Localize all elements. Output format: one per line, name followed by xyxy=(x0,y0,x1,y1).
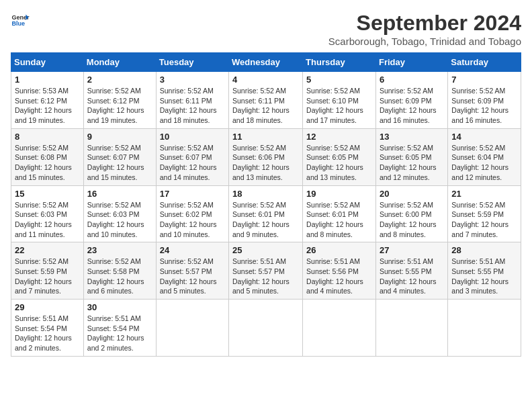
day-detail: Sunrise: 5:52 AM Sunset: 5:59 PM Dayligh… xyxy=(451,200,517,240)
table-row: 2 Sunrise: 5:52 AM Sunset: 6:12 PM Dayli… xyxy=(83,72,156,129)
header-sunday: Sunday xyxy=(11,53,84,72)
day-detail: Sunrise: 5:51 AM Sunset: 5:57 PM Dayligh… xyxy=(232,257,299,296)
day-detail: Sunrise: 5:52 AM Sunset: 6:01 PM Dayligh… xyxy=(306,200,372,240)
table-row: 30 Sunrise: 5:51 AM Sunset: 5:54 PM Dayl… xyxy=(83,300,156,357)
table-row: 11 Sunrise: 5:52 AM Sunset: 6:06 PM Dayl… xyxy=(229,128,303,185)
day-detail: Sunrise: 5:51 AM Sunset: 5:56 PM Dayligh… xyxy=(306,257,372,296)
table-row: 18 Sunrise: 5:52 AM Sunset: 6:01 PM Dayl… xyxy=(229,185,303,242)
header-saturday: Saturday xyxy=(448,53,521,72)
table-row: 20 Sunrise: 5:52 AM Sunset: 6:00 PM Dayl… xyxy=(375,185,447,242)
day-detail: Sunrise: 5:52 AM Sunset: 6:03 PM Dayligh… xyxy=(87,200,152,240)
empty-cell xyxy=(375,300,447,357)
empty-cell xyxy=(229,300,303,357)
day-number: 30 xyxy=(87,302,152,312)
day-detail: Sunrise: 5:52 AM Sunset: 6:00 PM Dayligh… xyxy=(380,200,444,240)
day-detail: Sunrise: 5:52 AM Sunset: 5:59 PM Dayligh… xyxy=(15,257,80,296)
header-friday: Friday xyxy=(375,53,447,72)
day-number: 21 xyxy=(451,189,517,199)
title-area: September 2024 Scarborough, Tobago, Trin… xyxy=(328,11,521,47)
day-number: 3 xyxy=(160,75,225,85)
day-number: 15 xyxy=(15,189,80,199)
table-row: 24 Sunrise: 5:52 AM Sunset: 5:57 PM Dayl… xyxy=(156,242,228,300)
day-detail: Sunrise: 5:52 AM Sunset: 6:10 PM Dayligh… xyxy=(306,86,372,126)
day-number: 14 xyxy=(451,132,517,142)
day-number: 5 xyxy=(306,75,372,85)
table-row: 1 Sunrise: 5:53 AM Sunset: 6:12 PM Dayli… xyxy=(11,72,84,129)
table-row: 12 Sunrise: 5:52 AM Sunset: 6:05 PM Dayl… xyxy=(303,128,376,185)
table-row: 5 Sunrise: 5:52 AM Sunset: 6:10 PM Dayli… xyxy=(303,72,376,129)
day-number: 23 xyxy=(87,245,152,255)
table-row: 4 Sunrise: 5:52 AM Sunset: 6:11 PM Dayli… xyxy=(229,72,303,129)
day-number: 20 xyxy=(380,189,444,199)
page-header: General Blue September 2024 Scarborough,… xyxy=(11,11,521,47)
svg-text:Blue: Blue xyxy=(11,20,25,27)
day-number: 10 xyxy=(160,132,225,142)
table-row: 21 Sunrise: 5:52 AM Sunset: 5:59 PM Dayl… xyxy=(448,185,521,242)
day-detail: Sunrise: 5:51 AM Sunset: 5:55 PM Dayligh… xyxy=(380,257,444,296)
empty-cell xyxy=(303,300,376,357)
day-number: 12 xyxy=(306,132,372,142)
day-detail: Sunrise: 5:51 AM Sunset: 5:55 PM Dayligh… xyxy=(451,257,517,296)
table-row: 10 Sunrise: 5:52 AM Sunset: 6:07 PM Dayl… xyxy=(156,128,228,185)
day-detail: Sunrise: 5:52 AM Sunset: 6:09 PM Dayligh… xyxy=(451,86,517,126)
day-detail: Sunrise: 5:52 AM Sunset: 6:08 PM Dayligh… xyxy=(15,143,80,183)
table-row: 6 Sunrise: 5:52 AM Sunset: 6:09 PM Dayli… xyxy=(375,72,447,129)
day-detail: Sunrise: 5:52 AM Sunset: 6:06 PM Dayligh… xyxy=(232,143,299,183)
day-number: 19 xyxy=(306,189,372,199)
header-thursday: Thursday xyxy=(303,53,376,72)
day-number: 6 xyxy=(380,75,444,85)
day-number: 27 xyxy=(380,245,444,255)
day-number: 1 xyxy=(15,75,80,85)
table-row: 22 Sunrise: 5:52 AM Sunset: 5:59 PM Dayl… xyxy=(11,242,84,300)
day-detail: Sunrise: 5:52 AM Sunset: 6:03 PM Dayligh… xyxy=(15,200,80,240)
day-number: 4 xyxy=(232,75,299,85)
day-number: 7 xyxy=(451,75,517,85)
table-row: 3 Sunrise: 5:52 AM Sunset: 6:11 PM Dayli… xyxy=(156,72,228,129)
calendar-table: Sunday Monday Tuesday Wednesday Thursday… xyxy=(11,52,521,357)
day-detail: Sunrise: 5:52 AM Sunset: 6:07 PM Dayligh… xyxy=(160,143,225,183)
day-number: 18 xyxy=(232,189,299,199)
month-title: September 2024 xyxy=(328,11,521,36)
calendar-week-row: 22 Sunrise: 5:52 AM Sunset: 5:59 PM Dayl… xyxy=(11,242,521,300)
weekday-header-row: Sunday Monday Tuesday Wednesday Thursday… xyxy=(11,53,521,72)
table-row: 25 Sunrise: 5:51 AM Sunset: 5:57 PM Dayl… xyxy=(229,242,303,300)
day-number: 26 xyxy=(306,245,372,255)
header-wednesday: Wednesday xyxy=(229,53,303,72)
table-row: 9 Sunrise: 5:52 AM Sunset: 6:07 PM Dayli… xyxy=(83,128,156,185)
table-row: 16 Sunrise: 5:52 AM Sunset: 6:03 PM Dayl… xyxy=(83,185,156,242)
day-number: 13 xyxy=(380,132,444,142)
table-row: 13 Sunrise: 5:52 AM Sunset: 6:05 PM Dayl… xyxy=(375,128,447,185)
day-number: 25 xyxy=(232,245,299,255)
day-number: 9 xyxy=(87,132,152,142)
table-row: 19 Sunrise: 5:52 AM Sunset: 6:01 PM Dayl… xyxy=(303,185,376,242)
logo: General Blue xyxy=(11,11,30,30)
day-number: 22 xyxy=(15,245,80,255)
day-detail: Sunrise: 5:52 AM Sunset: 6:09 PM Dayligh… xyxy=(380,86,444,126)
table-row: 28 Sunrise: 5:51 AM Sunset: 5:55 PM Dayl… xyxy=(448,242,521,300)
day-detail: Sunrise: 5:52 AM Sunset: 6:07 PM Dayligh… xyxy=(87,143,152,183)
calendar-week-row: 1 Sunrise: 5:53 AM Sunset: 6:12 PM Dayli… xyxy=(11,72,521,129)
empty-cell xyxy=(448,300,521,357)
table-row: 26 Sunrise: 5:51 AM Sunset: 5:56 PM Dayl… xyxy=(303,242,376,300)
empty-cell xyxy=(156,300,228,357)
day-detail: Sunrise: 5:51 AM Sunset: 5:54 PM Dayligh… xyxy=(87,314,152,353)
table-row: 15 Sunrise: 5:52 AM Sunset: 6:03 PM Dayl… xyxy=(11,185,84,242)
day-number: 24 xyxy=(160,245,225,255)
day-detail: Sunrise: 5:52 AM Sunset: 6:02 PM Dayligh… xyxy=(160,200,225,240)
header-tuesday: Tuesday xyxy=(156,53,228,72)
day-detail: Sunrise: 5:52 AM Sunset: 5:57 PM Dayligh… xyxy=(160,257,225,296)
day-detail: Sunrise: 5:52 AM Sunset: 5:58 PM Dayligh… xyxy=(87,257,152,296)
day-detail: Sunrise: 5:52 AM Sunset: 6:05 PM Dayligh… xyxy=(306,143,372,183)
day-detail: Sunrise: 5:52 AM Sunset: 6:12 PM Dayligh… xyxy=(87,86,152,126)
table-row: 17 Sunrise: 5:52 AM Sunset: 6:02 PM Dayl… xyxy=(156,185,228,242)
table-row: 23 Sunrise: 5:52 AM Sunset: 5:58 PM Dayl… xyxy=(83,242,156,300)
calendar-week-row: 15 Sunrise: 5:52 AM Sunset: 6:03 PM Dayl… xyxy=(11,185,521,242)
logo-icon: General Blue xyxy=(11,11,30,30)
calendar-week-row: 8 Sunrise: 5:52 AM Sunset: 6:08 PM Dayli… xyxy=(11,128,521,185)
table-row: 27 Sunrise: 5:51 AM Sunset: 5:55 PM Dayl… xyxy=(375,242,447,300)
table-row: 29 Sunrise: 5:51 AM Sunset: 5:54 PM Dayl… xyxy=(11,300,84,357)
day-detail: Sunrise: 5:52 AM Sunset: 6:04 PM Dayligh… xyxy=(451,143,517,183)
day-detail: Sunrise: 5:52 AM Sunset: 6:01 PM Dayligh… xyxy=(232,200,299,240)
day-number: 17 xyxy=(160,189,225,199)
day-number: 2 xyxy=(87,75,152,85)
